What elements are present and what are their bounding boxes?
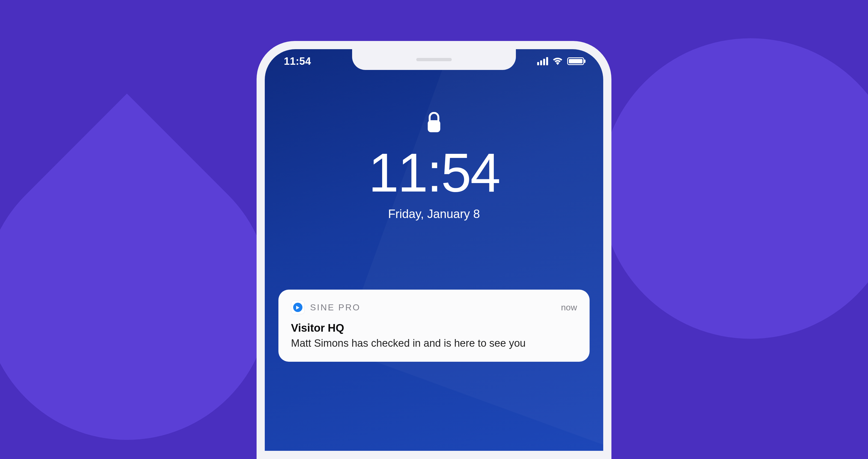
notification-timestamp: now <box>561 303 577 313</box>
app-icon <box>291 300 305 314</box>
status-bar: 11:54 <box>265 49 603 73</box>
screen-gradient-accent <box>341 49 603 451</box>
notification-card[interactable]: SINE PRO now Visitor HQ Matt Simons has … <box>278 290 590 362</box>
lock-screen-center: 11:54 Friday, January 8 <box>265 112 603 221</box>
svg-rect-0 <box>428 120 440 132</box>
status-indicators <box>537 57 584 65</box>
notification-body: Matt Simons has checked in and is here t… <box>291 337 577 349</box>
notification-app-name: SINE PRO <box>310 303 361 313</box>
phone-screen: 11:54 <box>265 49 603 451</box>
cellular-signal-icon <box>537 57 548 65</box>
phone-frame: 11:54 <box>256 41 612 459</box>
battery-icon <box>567 57 584 65</box>
notification-header: SINE PRO now <box>291 300 577 314</box>
wifi-icon <box>553 57 563 65</box>
bg-shape-circle <box>600 38 868 339</box>
notification-title: Visitor HQ <box>291 322 577 334</box>
arrow-circle-icon <box>293 303 303 312</box>
lock-screen-time: 11:54 <box>369 145 500 200</box>
status-time: 11:54 <box>284 55 311 67</box>
lock-screen-date: Friday, January 8 <box>388 207 480 221</box>
lock-icon <box>426 112 442 135</box>
